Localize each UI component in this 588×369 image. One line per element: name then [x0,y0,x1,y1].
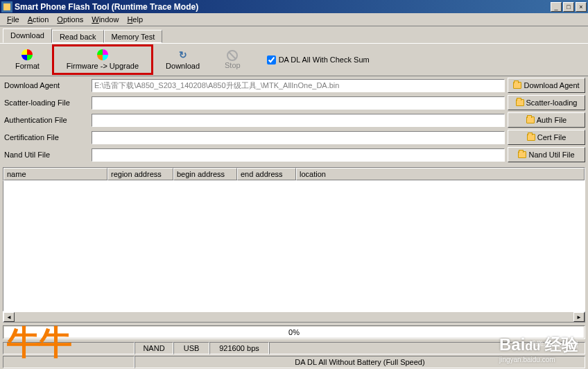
folder-icon [513,82,521,89]
window-title: Smart Phone Flash Tool (Runtime Trace Mo… [15,2,549,12]
menu-bar: File Action Options Window Help [0,13,588,26]
toolbar: Format Firmware -> Upgrade ↻ Download St… [0,43,588,76]
auth-file-button[interactable]: Auth File [508,112,585,128]
authentication-label: Authentication File [3,116,92,124]
format-label: Format [15,62,40,70]
form-area: Download Agent Download Agent Scatter-lo… [0,76,588,166]
table-body [3,181,585,311]
col-end[interactable]: end address [237,168,296,180]
tab-readback[interactable]: Read back [52,30,104,43]
table-header: name region address begin address end ad… [3,167,585,181]
watermark-right-sub: jingyan.baidu.com [499,356,578,363]
download-agent-button[interactable]: Download Agent [508,78,585,93]
folder-icon [526,117,535,123]
col-location[interactable]: location [296,168,585,180]
status-bar-1: NAND USB 921600 bps [3,342,585,354]
status-baud: 921600 bps [209,342,269,354]
tab-bar: Download Read back Memory Test [0,26,588,43]
tab-memory-test[interactable]: Memory Test [104,30,163,43]
stop-label: Stop [225,61,241,69]
svg-rect-1 [3,3,10,10]
menu-help[interactable]: Help [123,14,147,25]
title-bar: Smart Phone Flash Tool (Runtime Trace Mo… [0,0,588,13]
progress-bar: 0% [4,327,584,338]
download-label: Download [166,62,200,70]
close-button[interactable]: × [576,2,587,12]
firmware-upgrade-button[interactable]: Firmware -> Upgrade [52,44,153,75]
status-nand: NAND [135,342,173,354]
menu-window[interactable]: Window [87,14,123,25]
app-icon [1,1,12,12]
firmware-upgrade-icon [97,49,108,60]
progress-wrap: 0% [3,325,585,339]
firmware-upgrade-label: Firmware -> Upgrade [67,62,139,70]
format-button[interactable]: Format [3,46,52,73]
scatter-loading-input[interactable] [92,96,505,110]
scatter-loading-label: Scatter-loading File [3,98,92,107]
progress-text: 0% [288,328,300,336]
scroll-right-icon[interactable]: ► [573,312,585,322]
scatter-loading-button[interactable]: Scatter-loading [508,95,585,110]
status-bar-2: DA DL All Without Battery (Full Speed) [3,356,585,368]
certification-label: Certification File [3,133,92,141]
status-usb: USB [173,342,209,354]
menu-file[interactable]: File [3,14,24,25]
tab-download[interactable]: Download [3,28,52,43]
cert-file-button[interactable]: Cert File [508,130,585,145]
folder-icon [518,151,526,158]
menu-action[interactable]: Action [24,14,53,25]
col-name[interactable]: name [3,168,107,180]
folder-icon [527,134,535,141]
download-agent-input[interactable] [92,79,505,92]
horizontal-scrollbar[interactable]: ◄ ► [3,311,585,323]
watermark-right: Baidu 经验jingyan.baidu.com [499,334,578,363]
authentication-input[interactable] [92,114,505,127]
nand-util-label: Nand Util File [3,151,92,159]
da-dl-checksum-wrap: DA DL All With Check Sum [267,55,370,65]
da-dl-checksum-checkbox[interactable] [267,55,276,65]
col-begin[interactable]: begin address [173,168,237,180]
da-dl-checksum-label: DA DL All With Check Sum [279,55,370,64]
download-agent-label: Download Agent [3,81,92,89]
stop-icon [227,50,238,61]
maximize-button[interactable]: □ [563,2,574,12]
watermark-left: 牛牛 [7,320,71,365]
download-icon: ↻ [178,49,189,60]
certification-input[interactable] [92,131,505,144]
download-button[interactable]: ↻ Download [153,46,212,73]
nand-util-input[interactable] [92,148,505,162]
stop-button[interactable]: Stop [212,47,253,72]
menu-options[interactable]: Options [53,14,87,25]
minimize-button[interactable]: _ [551,2,562,12]
folder-icon [516,99,524,106]
format-icon [21,49,33,60]
nand-util-file-button[interactable]: Nand Util File [508,147,585,162]
col-region[interactable]: region address [107,168,173,180]
